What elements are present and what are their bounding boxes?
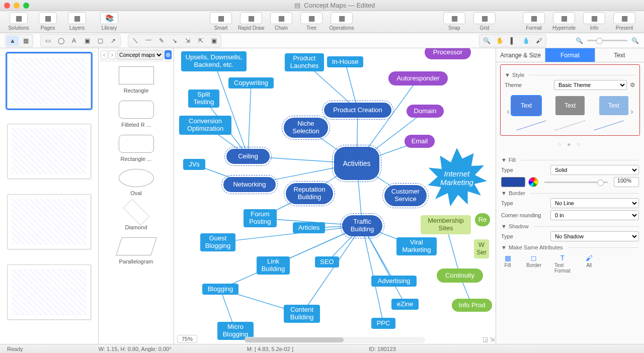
- theme-gear-icon[interactable]: ⚙: [630, 81, 635, 89]
- lib-filleted[interactable]: Filleted R ...: [102, 101, 171, 128]
- rect-tool[interactable]: ▭: [42, 36, 54, 46]
- info-button[interactable]: ▦Info: [580, 12, 609, 31]
- lib-fwd-button[interactable]: ›: [109, 50, 116, 59]
- zoom-in-tool[interactable]: 🔍: [480, 36, 493, 46]
- border-type-select[interactable]: No Line: [550, 198, 639, 208]
- node-activities[interactable]: Activities: [334, 147, 379, 180]
- theme-card-3[interactable]: Text: [599, 96, 628, 115]
- node-repbuild[interactable]: ReputationBuilding: [286, 183, 333, 204]
- ellipse-tool[interactable]: ◯: [55, 36, 67, 46]
- page-thumb-3[interactable]: [7, 194, 91, 249]
- stamp-tool[interactable]: ▣: [208, 36, 220, 46]
- library-button[interactable]: 📚 Library: [96, 12, 123, 31]
- operations-button[interactable]: ▦Operations: [327, 12, 356, 31]
- node-custserv[interactable]: CustomerService: [384, 185, 427, 206]
- format-button[interactable]: ▦Format: [519, 12, 548, 31]
- tab-text[interactable]: Text: [595, 48, 644, 62]
- zoom-in-icon[interactable]: 🔍: [631, 37, 639, 44]
- zoom-icon[interactable]: [23, 3, 29, 9]
- canvas[interactable]: Upsells, Downsells,Backend, etc.ProductL…: [174, 48, 496, 344]
- arrow-tool[interactable]: ↗: [107, 36, 119, 46]
- node-ppc[interactable]: PPC: [371, 318, 395, 329]
- zoom-out-icon[interactable]: 🔍: [576, 37, 583, 44]
- pages-button[interactable]: ▦Pages: [34, 12, 61, 31]
- zoom-slider[interactable]: [587, 40, 627, 41]
- node-niche[interactable]: NicheSelection: [284, 118, 328, 138]
- node-conv[interactable]: ConversionOptimization: [179, 116, 231, 135]
- node-viral[interactable]: ViralMarketing: [396, 237, 437, 255]
- node-prodcreate[interactable]: Product Creation: [324, 103, 391, 118]
- color-picker-icon[interactable]: [528, 177, 538, 187]
- canvas-hscroll[interactable]: [245, 337, 425, 343]
- node-linkb[interactable]: LinkBuilding: [257, 256, 290, 275]
- fill-type-select[interactable]: Solid: [550, 165, 639, 175]
- node-copywriting[interactable]: Copywriting: [228, 77, 274, 89]
- node-ezine[interactable]: eZine: [391, 299, 419, 310]
- page-dots[interactable]: ○ ● ○: [496, 141, 644, 148]
- minimize-icon[interactable]: [14, 3, 20, 9]
- theme-card-2[interactable]: Text: [555, 96, 585, 115]
- eyedropper-tool[interactable]: 💧: [520, 36, 532, 46]
- node-ceiling[interactable]: Ceiling: [226, 149, 270, 164]
- textbox-tool[interactable]: ▣: [81, 36, 93, 46]
- hypernote-button[interactable]: ▦Hypernote: [549, 12, 579, 31]
- corner-rounding-select[interactable]: 0 in: [550, 210, 639, 220]
- node-continuity[interactable]: Continuity: [437, 269, 483, 283]
- grid-button[interactable]: ▦Grid: [470, 12, 499, 31]
- hand-tool[interactable]: ✋: [494, 36, 506, 46]
- snap-button[interactable]: ▦Snap: [440, 12, 469, 31]
- present-button[interactable]: ▦Present: [610, 12, 639, 31]
- lib-rectangle2[interactable]: Rectangle ...: [102, 135, 171, 162]
- node-seo[interactable]: SEO: [315, 256, 339, 268]
- arrow-style-3[interactable]: [591, 119, 626, 131]
- layers-button[interactable]: ▦Layers: [63, 12, 91, 31]
- theme-select[interactable]: Basic Theme: [554, 80, 627, 90]
- node-email[interactable]: Email: [405, 135, 435, 148]
- lib-oval[interactable]: Oval: [102, 169, 171, 196]
- msa-text[interactable]: TTextFormat: [554, 253, 571, 274]
- marquee-tool[interactable]: ▦: [20, 36, 32, 46]
- zoom-control[interactable]: 🔍 🔍: [576, 37, 639, 44]
- lib-add-button[interactable]: ⊕: [165, 50, 172, 59]
- node-networking[interactable]: Networking: [223, 177, 276, 192]
- node-inhouse[interactable]: In-House: [327, 56, 363, 67]
- node-articles[interactable]: Articles: [293, 222, 325, 233]
- node-product-launches[interactable]: ProductLaunches: [285, 53, 324, 71]
- node-upsells[interactable]: Upsells, Downsells,Backend, etc.: [181, 51, 247, 71]
- page-thumb-2[interactable]: [7, 124, 91, 179]
- node-ads[interactable]: Advertising: [371, 276, 417, 287]
- node-split[interactable]: SplitTesting: [188, 90, 219, 108]
- canvas-corner-icons[interactable]: ◲ ⇲: [482, 336, 495, 343]
- smart-button[interactable]: ▦Smart: [206, 12, 235, 31]
- curve-tool[interactable]: 〰: [142, 36, 154, 46]
- node-guest[interactable]: GuestBlogging: [200, 233, 235, 251]
- node-content[interactable]: ContentBuilding: [284, 305, 320, 323]
- connector-tool[interactable]: ↘: [169, 36, 181, 46]
- theme-card-1[interactable]: Text: [512, 96, 541, 115]
- node-domain[interactable]: Domain: [407, 105, 444, 118]
- crop-tool[interactable]: ▌: [507, 36, 519, 46]
- lib-parallelogram[interactable]: Parallelogram: [102, 237, 171, 264]
- opacity-value[interactable]: 100%: [614, 177, 639, 187]
- node-traffic[interactable]: TrafficBuilding: [342, 215, 382, 236]
- msa-all[interactable]: 🖌All: [584, 253, 595, 274]
- tab-format[interactable]: Format: [545, 48, 595, 62]
- library-selector[interactable]: Concept maps: [117, 50, 164, 60]
- node-membership[interactable]: MembershipSites: [421, 215, 471, 234]
- rapiddraw-button[interactable]: ▦Rapid Draw: [236, 12, 266, 31]
- pen-tool[interactable]: ✎: [155, 36, 168, 46]
- page-thumb-4[interactable]: [7, 264, 91, 320]
- lib-back-button[interactable]: ‹: [101, 50, 108, 59]
- theme-prev[interactable]: ‹: [505, 97, 512, 127]
- pointer-tool[interactable]: ▲: [7, 36, 19, 46]
- tab-arrange-size[interactable]: Arrange & Size: [496, 48, 545, 62]
- connector2-tool[interactable]: ⇲: [182, 36, 194, 46]
- brush-tool[interactable]: 🖌: [533, 36, 545, 46]
- line-tool[interactable]: ＼: [129, 36, 141, 46]
- connector3-tool[interactable]: ⇱: [195, 36, 207, 46]
- node-blogging[interactable]: Blogging: [202, 284, 238, 295]
- text-tool[interactable]: A: [68, 36, 80, 46]
- callout-tool[interactable]: ▢: [94, 36, 106, 46]
- shadow-type-select[interactable]: No Shadow: [550, 231, 639, 241]
- tree-button[interactable]: ▦Tree: [297, 12, 326, 31]
